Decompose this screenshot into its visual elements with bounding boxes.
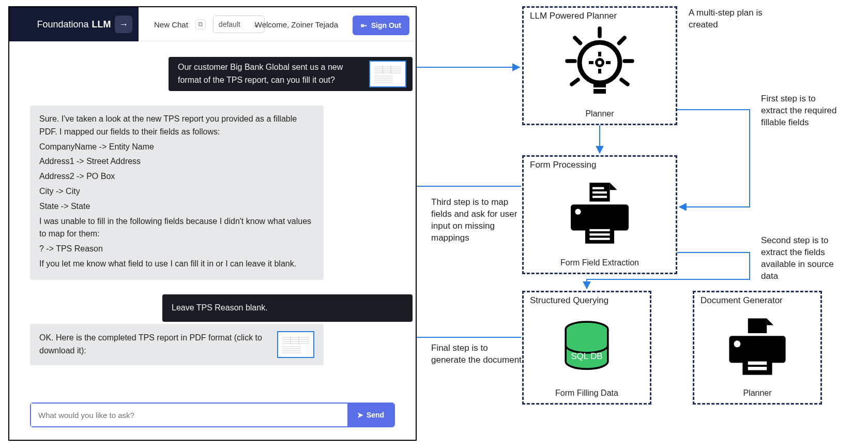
bot1-line3: Address2 -> PO Box [39, 170, 314, 183]
printer-form-icon [524, 174, 676, 252]
annot-plan: A multi-step plan is created [689, 7, 782, 31]
new-chat-area: New Chat ⧉ default ⌄ [154, 7, 265, 41]
sign-out-button[interactable]: ⇤ Sign Out [353, 16, 409, 35]
svg-rect-33 [593, 89, 606, 94]
brand-prefix: Foundationa [37, 19, 88, 30]
model-select-value: default [219, 20, 240, 28]
svg-marker-41 [610, 183, 617, 190]
box-form-processing: Form Processing Form Field Extraction [522, 155, 677, 274]
svg-point-56 [734, 340, 741, 347]
bot1-line4: City -> City [39, 185, 314, 198]
welcome-label: Welcome, Zoiner Tejada [255, 7, 338, 41]
message-user-2: Leave TPS Reason blank. [162, 294, 413, 322]
svg-rect-46 [592, 196, 607, 198]
message-bot-2-text: OK. Here is the completed TPS report in … [39, 332, 267, 357]
brand: FoundationaLLM → [9, 7, 139, 41]
svg-line-29 [572, 80, 578, 84]
bot1-line7: ? -> TPS Reason [39, 243, 314, 256]
box-document-generator: Document Generator Planner [693, 291, 822, 405]
box-structured-querying: Structured Querying SQL DB Form Filling … [522, 291, 651, 405]
box-planner-caption: Planner [524, 109, 676, 118]
svg-rect-36 [598, 69, 601, 73]
svg-rect-45 [592, 191, 607, 193]
svg-rect-38 [606, 61, 611, 64]
svg-rect-58 [748, 367, 767, 370]
svg-rect-50 [589, 238, 610, 240]
svg-rect-52 [748, 318, 767, 333]
bot1-line1: CompanyName -> Entity Name [39, 141, 314, 154]
message-user-2-text: Leave TPS Reason blank. [172, 303, 268, 312]
message-user-1-text: Our customer Big Bank Global sent us a n… [178, 61, 362, 87]
attachment-tps-form-thumb[interactable] [369, 61, 406, 87]
box-planner: LLM Powered Planner [522, 6, 677, 125]
svg-point-39 [598, 61, 602, 65]
attachment-download-thumb[interactable] [277, 331, 314, 358]
svg-line-30 [621, 80, 628, 84]
svg-line-25 [575, 38, 581, 43]
chat-header: FoundationaLLM → New Chat ⧉ default ⌄ We… [9, 7, 416, 41]
chat-input-bar: ➤ Send [30, 403, 395, 427]
svg-rect-55 [742, 356, 772, 375]
bot1-line0: Sure. I've taken a look at the new TPS r… [39, 113, 314, 139]
form-thumb-icon [372, 64, 403, 84]
send-label: Send [367, 411, 384, 419]
box-gen-title: Document Generator [701, 295, 814, 306]
lightbulb-gear-icon [524, 25, 676, 103]
svg-rect-49 [589, 233, 610, 235]
collapse-sidebar-button[interactable]: → [115, 16, 132, 33]
message-user-1: Our customer Big Bank Global sent us a n… [169, 57, 413, 91]
svg-rect-44 [592, 187, 604, 189]
box-form-caption: Form Field Extraction [524, 258, 676, 267]
message-bot-1: Sure. I've taken a look at the new TPS r… [30, 106, 324, 280]
send-icon: ➤ [357, 411, 363, 419]
message-bot-2: OK. Here is the completed TPS report in … [30, 324, 324, 365]
db-label: SQL DB [571, 351, 603, 361]
svg-point-47 [575, 209, 581, 215]
box-planner-title: LLM Powered Planner [530, 11, 669, 21]
annot-final: Final step is to generate the document [431, 342, 524, 366]
bot1-line8: If you let me know what field to use I c… [39, 258, 314, 271]
chat-window: FoundationaLLM → New Chat ⧉ default ⌄ We… [8, 6, 417, 441]
svg-rect-37 [589, 61, 593, 64]
svg-rect-32 [593, 83, 606, 87]
svg-rect-35 [598, 52, 601, 56]
annot-step3: Third step is to map fields and ask for … [431, 197, 524, 244]
box-form-title: Form Processing [530, 160, 669, 170]
copy-icon[interactable]: ⧉ [195, 19, 206, 29]
new-chat-label[interactable]: New Chat [154, 20, 188, 29]
svg-marker-53 [767, 318, 773, 325]
box-gen-caption: Planner [694, 389, 820, 398]
sign-out-icon: ⇤ [361, 21, 367, 29]
printer-icon [694, 313, 820, 380]
box-query-title: Structured Querying [530, 295, 644, 306]
svg-rect-48 [589, 229, 610, 231]
chat-input[interactable] [31, 404, 347, 426]
bot1-line5: State -> State [39, 200, 314, 213]
send-button[interactable]: ➤ Send [347, 404, 394, 426]
annot-step1: First step is to extract the required fi… [761, 93, 844, 129]
svg-line-26 [619, 38, 625, 43]
svg-rect-57 [748, 362, 767, 365]
bot1-line2: Address1 -> Street Address [39, 155, 314, 168]
bot1-line6: I was unable to fill in the following fi… [39, 215, 314, 241]
brand-suffix: LLM [92, 19, 111, 30]
database-icon: SQL DB [524, 313, 650, 380]
form-thumb-icon [280, 334, 311, 355]
arrow-right-icon: → [119, 19, 128, 30]
sign-out-label: Sign Out [371, 21, 401, 29]
annot-step2: Second step is to extract the fields ava… [761, 235, 849, 282]
box-query-caption: Form Filling Data [524, 389, 650, 398]
